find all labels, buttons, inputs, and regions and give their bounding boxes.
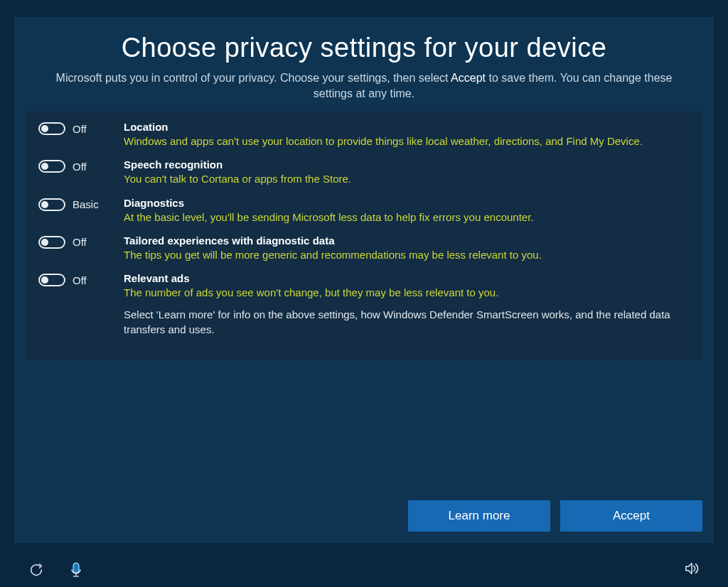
toggle-location[interactable] bbox=[38, 122, 65, 135]
toggle-group: Off bbox=[38, 158, 124, 173]
toggle-diagnostics[interactable] bbox=[38, 198, 65, 211]
learn-more-button[interactable]: Learn more bbox=[408, 500, 550, 532]
volume-icon[interactable] bbox=[684, 561, 700, 576]
setting-desc: The number of ads you see won't change, … bbox=[124, 286, 690, 300]
svg-rect-0 bbox=[73, 563, 79, 573]
toggle-ads[interactable] bbox=[38, 274, 65, 286]
oobe-page: Choose privacy settings for your device … bbox=[0, 0, 728, 587]
subtitle-accept-word: Accept bbox=[451, 72, 486, 84]
setting-speech: Off Speech recognition You can't talk to… bbox=[38, 158, 690, 186]
setting-tailored: Off Tailored experiences with diagnostic… bbox=[38, 235, 690, 262]
setting-text: Location Windows and apps can't use your… bbox=[124, 121, 690, 149]
setting-text: Speech recognition You can't talk to Cor… bbox=[124, 158, 690, 186]
setting-title: Relevant ads bbox=[124, 272, 690, 284]
panel-footer-text: Select 'Learn more' for info on the abov… bbox=[124, 307, 690, 337]
setting-ads: Off Relevant ads The number of ads you s… bbox=[38, 272, 690, 337]
cortana-mic-icon[interactable] bbox=[68, 562, 84, 578]
setting-title: Location bbox=[124, 121, 690, 133]
setting-title: Speech recognition bbox=[124, 158, 690, 171]
setting-desc: You can't talk to Cortana or apps from t… bbox=[124, 172, 690, 186]
toggle-label: Off bbox=[73, 236, 87, 248]
setting-title: Diagnostics bbox=[124, 197, 690, 209]
setting-diagnostics: Basic Diagnostics At the basic level, yo… bbox=[38, 197, 690, 225]
page-subtitle: Microsoft puts you in control of your pr… bbox=[55, 70, 673, 101]
page-title: Choose privacy settings for your device bbox=[26, 33, 702, 63]
toggle-speech[interactable] bbox=[38, 160, 65, 173]
button-row: Learn more Accept bbox=[408, 500, 702, 532]
setting-text: Tailored experiences with diagnostic dat… bbox=[124, 235, 690, 262]
setting-desc: At the basic level, you'll be sending Mi… bbox=[124, 210, 690, 225]
toggle-group: Off bbox=[38, 121, 124, 135]
setting-text: Diagnostics At the basic level, you'll b… bbox=[124, 197, 690, 225]
toggle-label: Off bbox=[73, 161, 87, 173]
toggle-tailored[interactable] bbox=[38, 236, 65, 249]
setting-text: Relevant ads The number of ads you see w… bbox=[124, 272, 690, 337]
toggle-label: Off bbox=[73, 123, 87, 135]
toggle-group: Off bbox=[38, 272, 124, 286]
toggle-label: Basic bbox=[73, 198, 99, 210]
setting-location: Off Location Windows and apps can't use … bbox=[38, 121, 690, 149]
bottom-bar bbox=[0, 553, 728, 587]
accept-button[interactable]: Accept bbox=[560, 500, 702, 532]
setting-desc: Windows and apps can't use your location… bbox=[124, 134, 690, 149]
settings-panel: Off Location Windows and apps can't use … bbox=[26, 111, 702, 360]
toggle-label: Off bbox=[73, 274, 87, 286]
toggle-group: Off bbox=[38, 235, 124, 249]
setting-title: Tailored experiences with diagnostic dat… bbox=[124, 235, 690, 247]
subtitle-pre: Microsoft puts you in control of your pr… bbox=[56, 72, 451, 84]
ease-of-access-icon[interactable] bbox=[28, 562, 44, 578]
content-panel: Choose privacy settings for your device … bbox=[14, 17, 714, 543]
setting-desc: The tips you get will be more generic an… bbox=[124, 248, 690, 262]
toggle-group: Basic bbox=[38, 197, 124, 211]
